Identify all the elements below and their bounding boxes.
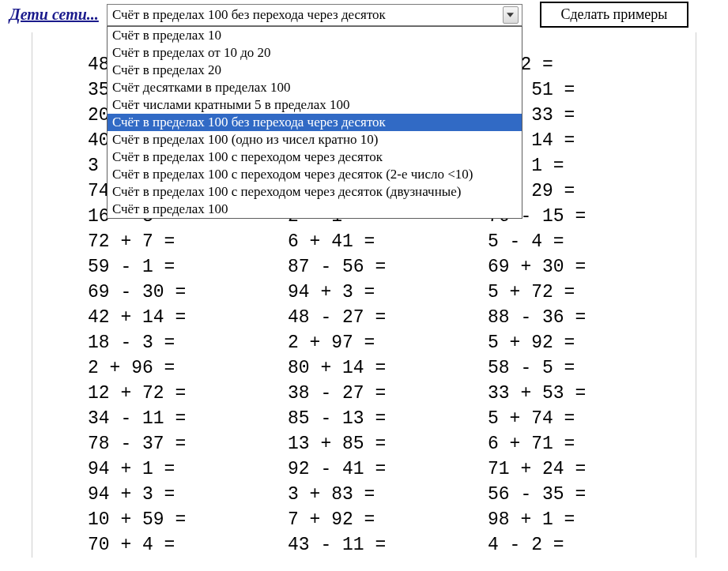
math-row: 5 - 4 =	[488, 229, 688, 254]
math-row: 59 - 1 =	[88, 254, 288, 280]
select-option[interactable]: Счёт в пределах 10	[108, 27, 522, 44]
math-row: 92 - 41 =	[288, 456, 488, 482]
select-option[interactable]: Счёт числами кратными 5 в пределах 100	[108, 96, 522, 114]
math-row: 88 - 36 =	[488, 305, 688, 330]
math-row: 85 - 13 =	[288, 406, 488, 431]
select-option[interactable]: Счёт в пределах от 10 до 20	[108, 44, 522, 62]
math-row: 56 - 35 =	[488, 482, 688, 507]
select-option[interactable]: Счёт десятками в пределах 100	[108, 79, 522, 96]
math-row: 3 + 83 =	[288, 482, 488, 507]
select-option[interactable]: Счёт в пределах 100 без перехода через д…	[108, 114, 522, 131]
generate-button[interactable]: Сделать примеры	[540, 2, 688, 28]
math-row: 43 - 11 =	[288, 532, 488, 558]
math-row: 42 + 14 =	[88, 305, 288, 330]
math-row: 69 + 30 =	[488, 254, 688, 280]
math-row: 38 - 27 =	[288, 381, 488, 406]
select-value: Счёт в пределах 100 без перехода через д…	[112, 7, 503, 23]
math-row: 6 + 41 =	[288, 229, 488, 254]
header-bar: Дети сети... Счёт в пределах 100 без пер…	[0, 0, 728, 32]
select-option[interactable]: Счёт в пределах 100 с переходом через де…	[108, 148, 522, 166]
math-row: 71 + 24 =	[488, 456, 688, 482]
math-row: 5 + 92 =	[488, 330, 688, 355]
math-row: 78 - 37 =	[88, 431, 288, 456]
math-row: 80 + 14 =	[288, 355, 488, 381]
math-row: 5 + 74 =	[488, 406, 688, 431]
select-dropdown[interactable]: Счёт в пределах 10Счёт в пределах от 10 …	[107, 26, 522, 219]
math-row: 48 - 27 =	[288, 305, 488, 330]
math-row: 2 + 97 =	[288, 330, 488, 355]
math-row: 33 + 53 =	[488, 381, 688, 406]
math-row: 18 - 3 =	[88, 330, 288, 355]
math-row: 87 - 56 =	[288, 254, 488, 280]
math-row: 2 + 96 =	[88, 355, 288, 381]
math-row: 94 + 3 =	[88, 482, 288, 507]
select-box[interactable]: Счёт в пределах 100 без перехода через д…	[107, 4, 522, 26]
math-row: 94 + 1 =	[88, 456, 288, 482]
select-option[interactable]: Счёт в пределах 100 (одно из чисел кратн…	[108, 131, 522, 148]
brand-link[interactable]: Дети сети...	[9, 6, 99, 24]
chevron-down-icon[interactable]	[503, 6, 519, 24]
math-row: 58 - 5 =	[488, 355, 688, 381]
math-row: 34 - 11 =	[88, 406, 288, 431]
math-row: 98 + 1 =	[488, 507, 688, 532]
math-row: 4 - 2 =	[488, 532, 688, 558]
math-row: 70 + 4 =	[88, 532, 288, 558]
select-option[interactable]: Счёт в пределах 100 с переходом через де…	[108, 166, 522, 183]
math-row: 69 - 30 =	[88, 280, 288, 305]
math-row: 12 + 72 =	[88, 381, 288, 406]
math-row: 7 + 92 =	[288, 507, 488, 532]
math-row: 5 + 72 =	[488, 280, 688, 305]
math-row: 6 + 71 =	[488, 431, 688, 456]
select-option[interactable]: Счёт в пределах 100	[108, 201, 522, 218]
type-select[interactable]: Счёт в пределах 100 без перехода через д…	[107, 4, 522, 26]
math-row: 94 + 3 =	[288, 280, 488, 305]
math-row: 10 + 59 =	[88, 507, 288, 532]
select-option[interactable]: Счёт в пределах 100 с переходом через де…	[108, 183, 522, 201]
math-row: 72 + 7 =	[88, 229, 288, 254]
math-row: 13 + 85 =	[288, 431, 488, 456]
select-option[interactable]: Счёт в пределах 20	[108, 62, 522, 79]
